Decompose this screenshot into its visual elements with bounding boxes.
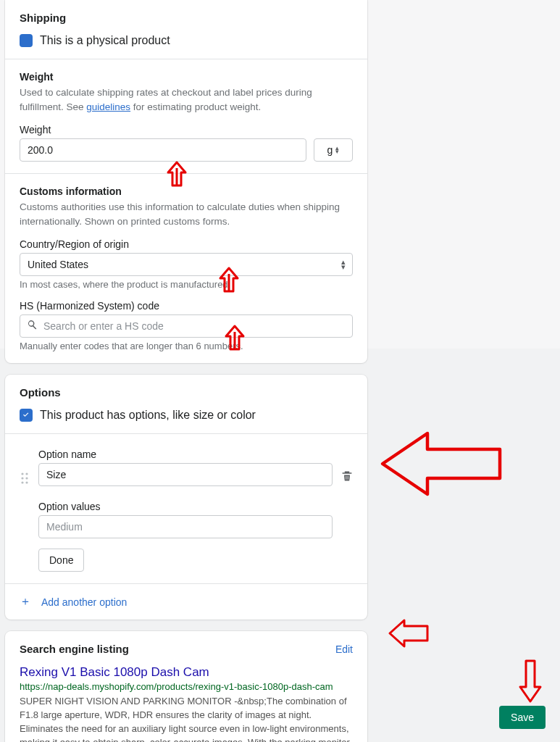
seo-edit-link[interactable]: Edit: [335, 643, 353, 655]
option-values-label: Option values: [38, 501, 333, 512]
search-icon: [27, 320, 38, 333]
customs-title: Customs information: [20, 186, 353, 197]
drag-handle-icon[interactable]: [20, 472, 30, 488]
option-name-input[interactable]: [38, 463, 333, 486]
plus-icon: ＋: [20, 594, 31, 609]
hs-label: HS (Harmonized System) code: [20, 300, 353, 312]
seo-card: Search engine listing Edit Rexing V1 Bas…: [5, 631, 367, 742]
svg-point-3: [25, 478, 28, 480]
has-options-checkbox[interactable]: [20, 409, 33, 422]
weight-section-title: Weight: [20, 71, 353, 83]
option-name-label: Option name: [38, 449, 333, 460]
save-button[interactable]: Save: [499, 706, 546, 729]
annotation-arrow-down: [516, 658, 545, 709]
svg-point-2: [21, 478, 23, 480]
svg-point-1: [25, 473, 28, 475]
svg-point-5: [25, 482, 28, 484]
seo-preview-title: Rexing V1 Basic 1080p Dash Cam: [20, 665, 353, 680]
weight-unit-select[interactable]: g ▴▾: [314, 138, 353, 162]
option-values-input[interactable]: [38, 515, 333, 538]
annotation-arrow-left-1: [377, 428, 503, 503]
hs-help: Manually enter codes that are longer tha…: [20, 341, 353, 351]
done-button[interactable]: Done: [38, 549, 84, 572]
physical-product-checkbox[interactable]: [20, 34, 33, 47]
shipping-title: Shipping: [20, 12, 353, 24]
weight-label: Weight: [20, 124, 353, 136]
physical-product-label: This is a physical product: [40, 34, 170, 47]
svg-point-4: [21, 482, 23, 484]
country-select[interactable]: [20, 253, 353, 276]
svg-point-0: [21, 473, 23, 475]
options-title: Options: [20, 386, 353, 399]
customs-desc: Customs authorities use this information…: [20, 200, 353, 228]
seo-preview-url: https://nap-deals.myshopify.com/products…: [20, 681, 353, 692]
guidelines-link[interactable]: guidelines: [86, 101, 130, 112]
add-option-label: Add another option: [41, 596, 127, 608]
seo-title: Search engine listing: [20, 643, 129, 655]
weight-input[interactable]: [20, 138, 306, 162]
country-help: In most cases, where the product is manu…: [20, 279, 353, 290]
seo-preview-desc: SUPER NIGHT VISION AND PARKING MONITOR -…: [20, 695, 353, 742]
country-label: Country/Region of origin: [20, 238, 353, 250]
weight-desc: Used to calculate shipping rates at chec…: [20, 86, 353, 114]
add-option-row[interactable]: ＋ Add another option: [5, 583, 367, 620]
delete-option-icon[interactable]: [341, 470, 353, 485]
shipping-card: Shipping This is a physical product Weig…: [5, 0, 367, 363]
options-card: Options This product has options, like s…: [5, 375, 367, 620]
has-options-label: This product has options, like size or c…: [40, 409, 256, 422]
hs-code-input[interactable]: [20, 314, 353, 338]
annotation-arrow-left-2: [387, 617, 430, 652]
